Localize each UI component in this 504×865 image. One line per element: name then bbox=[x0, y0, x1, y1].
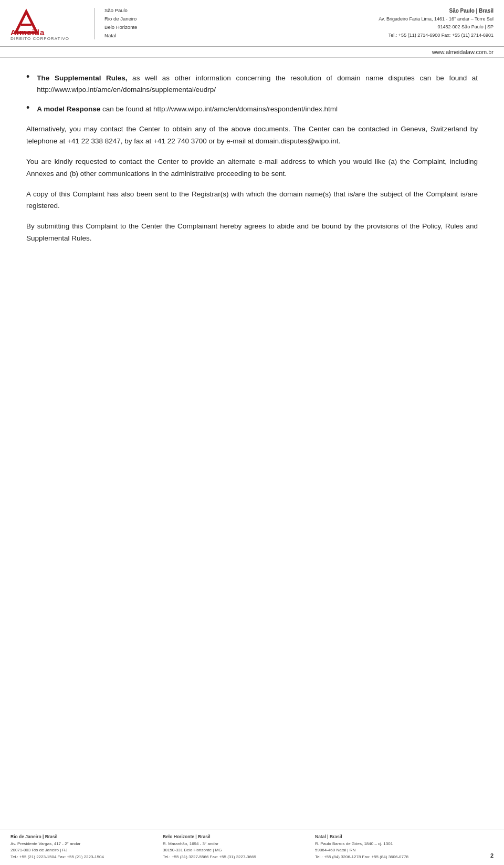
office-cities: São Paulo Rio de Janeiro Belo Horizonte … bbox=[104, 6, 137, 40]
bullet-item-2: • A model Response can be found at http:… bbox=[26, 103, 478, 115]
footer-bh-city: Belo Horizonte | Brasil bbox=[163, 833, 315, 841]
footer-natal-line3: Tel.: +55 (84) 3206-1278 Fax: +55 (84) 3… bbox=[315, 854, 467, 861]
page-number: 2 bbox=[490, 851, 494, 861]
footer-natal-line1: R. Paulo Barros de Góes, 1840 – cj. 1301 bbox=[315, 841, 467, 848]
footer-natal-line2: 59064-460 Natal | RN bbox=[315, 847, 467, 854]
footer-rio-city: Rio de Janeiro | Brasil bbox=[10, 833, 163, 841]
office-saopaulo: São Paulo bbox=[104, 6, 137, 15]
website-url: www.almeidalaw.com.br bbox=[432, 49, 494, 55]
footer-col-bh: Belo Horizonte | Brasil R. Maranhão, 169… bbox=[163, 833, 315, 861]
bullet-item-1: • The Supplemental Rules, as well as oth… bbox=[26, 72, 478, 95]
footer-natal-city: Natal | Brasil bbox=[315, 833, 467, 841]
footer-bh-line2: 30150-331 Belo Horizonte | MG bbox=[163, 847, 315, 854]
bullet-dot-2: • bbox=[26, 102, 29, 113]
logo-area: Almeida Direito Corporativo bbox=[10, 6, 69, 41]
paragraph-1: Alternatively, you may contact the Cente… bbox=[26, 123, 478, 148]
bullet-section-2: • A model Response can be found at http:… bbox=[26, 103, 478, 115]
footer-col-natal: Natal | Brasil R. Paulo Barros de Góes, … bbox=[315, 833, 494, 861]
page-footer: Rio de Janeiro | Brasil Av. Presidente V… bbox=[0, 829, 504, 865]
header-tel: Tel.: +55 (11) 2714-6900 Fax: +55 (11) 2… bbox=[379, 32, 494, 39]
header-address-line2: Av. Brigadeiro Faria Lima, 1461 - 16° an… bbox=[379, 15, 494, 23]
header-divider bbox=[94, 8, 95, 39]
main-content: • The Supplemental Rules, as well as oth… bbox=[0, 58, 504, 264]
page-header: Almeida Direito Corporativo São Paulo Ri… bbox=[0, 0, 504, 47]
header-address: São Paulo | Brasil Av. Brigadeiro Faria … bbox=[379, 6, 494, 39]
header-city-state: São Paulo | Brasil bbox=[379, 6, 494, 15]
office-natal: Natal bbox=[104, 32, 137, 40]
footer-bh-line3: Tel.: +55 (31) 3227-5566 Fax: +55 (31) 3… bbox=[163, 854, 315, 861]
footer-rio-line3: Tel.: +55 (21) 2223-1504 Fax: +55 (21) 2… bbox=[10, 854, 163, 861]
paragraph-4: By submitting this Complaint to the Cent… bbox=[26, 221, 478, 245]
bullet-text-1: The Supplemental Rules, as well as other… bbox=[37, 72, 478, 95]
bullet2-body: can be found at http://www.wipo.int/amc/… bbox=[100, 105, 338, 113]
header-address-line3: 01452-002 São Paulo | SP bbox=[379, 23, 494, 31]
footer-rio-line2: 20071-003 Rio de Janeiro | RJ bbox=[10, 847, 163, 854]
office-riodejaneiro: Rio de Janeiro bbox=[104, 15, 137, 23]
bullet1-label: The Supplemental Rules, bbox=[37, 74, 127, 82]
footer-bh-line1: R. Maranhão, 1694 - 3° andar bbox=[163, 841, 315, 848]
svg-text:Almeida: Almeida bbox=[10, 28, 45, 37]
paragraph-3: A copy of this Complaint has also been s… bbox=[26, 189, 478, 213]
bullet-text-2: A model Response can be found at http://… bbox=[37, 103, 338, 115]
bullet2-label: A model Response bbox=[37, 105, 100, 113]
website-bar: www.almeidalaw.com.br bbox=[0, 47, 504, 58]
bullet-dot-1: • bbox=[26, 71, 29, 82]
footer-rio-line1: Av. Presidente Vargas, 417 - 2° andar bbox=[10, 841, 163, 848]
logo-svg: Almeida bbox=[10, 6, 74, 38]
office-belohorizonte: Belo Horizonte bbox=[104, 23, 137, 32]
paragraph-2: You are kindly requested to contact the … bbox=[26, 156, 478, 180]
footer-col-rio: Rio de Janeiro | Brasil Av. Presidente V… bbox=[10, 833, 163, 861]
logo: Almeida bbox=[10, 6, 68, 35]
bullet-section-1: • The Supplemental Rules, as well as oth… bbox=[26, 72, 478, 95]
